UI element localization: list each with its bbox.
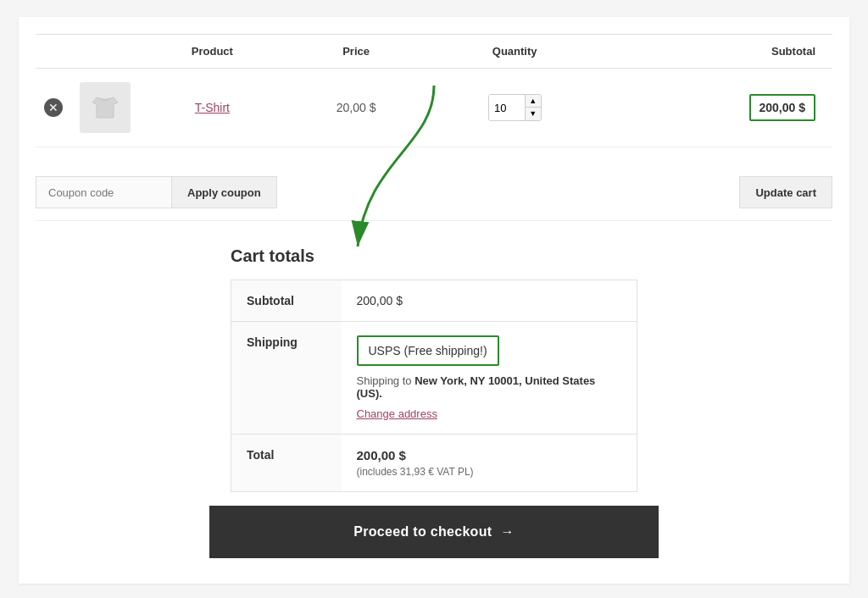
shipping-option: USPS (Free shipping!) xyxy=(357,335,499,366)
shipping-cell: USPS (Free shipping!) Shipping to New Yo… xyxy=(342,322,637,435)
quantity-input[interactable] xyxy=(489,95,525,120)
cart-totals-section: Cart totals Subtotal 200,00 $ Shipping U… xyxy=(36,246,832,492)
checkout-arrow-icon: → xyxy=(500,524,514,540)
cart-page: Product Price Quantity Subtotal ✕ xyxy=(19,17,849,584)
checkout-button-label: Proceed to checkout xyxy=(353,524,492,540)
col-header-remove xyxy=(36,35,71,69)
shipping-label: Shipping xyxy=(231,322,342,435)
total-label: Total xyxy=(231,435,342,492)
qty-up-button[interactable]: ▲ xyxy=(526,95,541,108)
col-header-price: Price xyxy=(286,35,427,69)
cart-totals-title: Cart totals xyxy=(231,246,637,266)
product-link[interactable]: T-Shirt xyxy=(195,101,230,114)
cart-table: Product Price Quantity Subtotal ✕ xyxy=(36,34,832,147)
total-vat: (includes 31,93 € VAT PL) xyxy=(357,466,622,478)
table-row: ✕ T-Shirt 20,00 $ xyxy=(36,69,832,147)
coupon-row: Apply coupon Update cart xyxy=(36,164,832,221)
shipping-row: Shipping USPS (Free shipping!) Shipping … xyxy=(231,322,637,435)
qty-down-button[interactable]: ▼ xyxy=(526,108,541,120)
stepper-buttons: ▲ ▼ xyxy=(525,95,541,120)
remove-item-button[interactable]: ✕ xyxy=(44,98,63,117)
total-cell: 200,00 $ (includes 31,93 € VAT PL) xyxy=(342,435,637,492)
proceed-to-checkout-button[interactable]: Proceed to checkout → xyxy=(209,506,659,558)
shipping-to-label: Shipping to xyxy=(357,374,412,387)
update-cart-button[interactable]: Update cart xyxy=(739,176,832,208)
checkout-section: Proceed to checkout → xyxy=(36,506,832,558)
cart-totals: Cart totals Subtotal 200,00 $ Shipping U… xyxy=(231,246,637,492)
apply-coupon-button[interactable]: Apply coupon xyxy=(171,176,277,208)
subtotal-label: Subtotal xyxy=(231,280,342,322)
shipping-address-text: Shipping to New York, NY 10001, United S… xyxy=(357,374,622,400)
totals-table: Subtotal 200,00 $ Shipping USPS (Free sh… xyxy=(231,280,637,492)
coupon-left: Apply coupon xyxy=(36,176,277,208)
subtotal-value: 200,00 $ xyxy=(342,280,637,322)
subtotal-row: Subtotal 200,00 $ xyxy=(231,280,637,322)
col-header-thumb xyxy=(71,35,139,69)
product-price: 20,00 $ xyxy=(337,101,376,114)
col-header-quantity: Quantity xyxy=(426,35,602,69)
coupon-input[interactable] xyxy=(36,176,171,208)
change-address-link[interactable]: Change address xyxy=(357,407,437,420)
col-header-product: Product xyxy=(139,35,286,69)
product-subtotal: 200,00 $ xyxy=(749,94,816,121)
col-header-subtotal: Subtotal xyxy=(603,35,832,69)
total-row: Total 200,00 $ (includes 31,93 € VAT PL) xyxy=(231,435,637,492)
total-amount: 200,00 $ xyxy=(357,448,622,462)
product-thumbnail xyxy=(80,82,131,133)
quantity-stepper[interactable]: ▲ ▼ xyxy=(488,94,542,121)
